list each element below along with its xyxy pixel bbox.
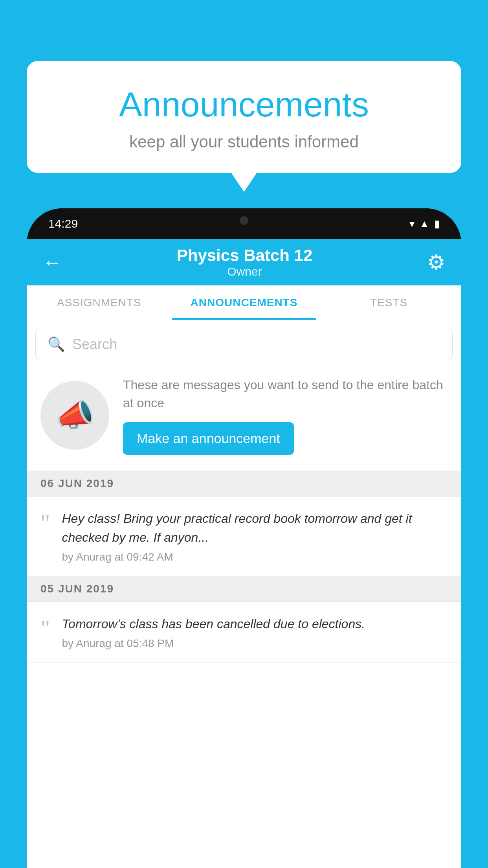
- announcement-content-1: Hey class! Bring your practical record b…: [62, 509, 448, 563]
- app-bar-subtitle: Owner: [177, 265, 313, 278]
- back-button[interactable]: ←: [42, 251, 62, 274]
- speech-bubble-container: Announcements keep all your students inf…: [27, 61, 461, 173]
- notch: [209, 208, 279, 233]
- make-announcement-button[interactable]: Make an announcement: [123, 422, 294, 455]
- content-area: 🔍 Search 📣 These are messages you want t…: [27, 320, 461, 868]
- app-bar: ← Physics Batch 12 Owner ⚙: [27, 239, 461, 285]
- megaphone-icon: 📣: [55, 397, 95, 434]
- app-bar-title-block: Physics Batch 12 Owner: [177, 246, 313, 278]
- status-icons: ▾ ▲ ▮: [409, 218, 440, 230]
- settings-icon[interactable]: ⚙: [427, 250, 446, 274]
- announcement-meta-1: by Anurag at 09:42 AM: [62, 551, 448, 563]
- status-time: 14:29: [48, 217, 78, 230]
- wifi-icon: ▾: [409, 218, 415, 230]
- status-bar: 14:29 ▾ ▲ ▮: [27, 208, 461, 239]
- quote-icon-1: ": [40, 511, 50, 535]
- announcement-text-2: Tomorrow's class has been cancelled due …: [62, 614, 448, 633]
- date-divider-1: 06 JUN 2019: [27, 471, 461, 497]
- search-bar[interactable]: 🔍 Search: [35, 329, 453, 360]
- search-icon: 🔍: [48, 336, 65, 353]
- tab-announcements[interactable]: ANNOUNCEMENTS: [172, 285, 317, 320]
- announcement-text-1: Hey class! Bring your practical record b…: [62, 509, 448, 547]
- camera: [240, 216, 248, 225]
- announcement-item-2[interactable]: " Tomorrow's class has been cancelled du…: [27, 602, 461, 663]
- promo-block: 📣 These are messages you want to send to…: [27, 360, 461, 471]
- announcement-content-2: Tomorrow's class has been cancelled due …: [62, 614, 448, 650]
- promo-right: These are messages you want to send to t…: [123, 376, 448, 455]
- app-bar-title: Physics Batch 12: [177, 246, 313, 265]
- tab-assignments[interactable]: ASSIGNMENTS: [27, 285, 172, 320]
- quote-icon-2: ": [40, 616, 50, 640]
- bubble-title: Announcements: [58, 85, 430, 125]
- phone-frame: 14:29 ▾ ▲ ▮ ← Physics Batch 12 Owner ⚙ A…: [27, 208, 461, 868]
- tab-tests[interactable]: TESTS: [316, 285, 461, 320]
- battery-icon: ▮: [434, 218, 440, 230]
- megaphone-icon-circle: 📣: [40, 381, 109, 450]
- search-input[interactable]: Search: [72, 336, 117, 353]
- signal-icon: ▲: [419, 218, 429, 230]
- speech-bubble: Announcements keep all your students inf…: [27, 61, 461, 173]
- bubble-subtitle: keep all your students informed: [58, 132, 430, 151]
- tabs-bar: ASSIGNMENTS ANNOUNCEMENTS TESTS: [27, 285, 461, 320]
- date-divider-2: 05 JUN 2019: [27, 576, 461, 602]
- announcement-meta-2: by Anurag at 05:48 PM: [62, 637, 448, 650]
- announcement-item-1[interactable]: " Hey class! Bring your practical record…: [27, 497, 461, 576]
- promo-description: These are messages you want to send to t…: [123, 376, 448, 412]
